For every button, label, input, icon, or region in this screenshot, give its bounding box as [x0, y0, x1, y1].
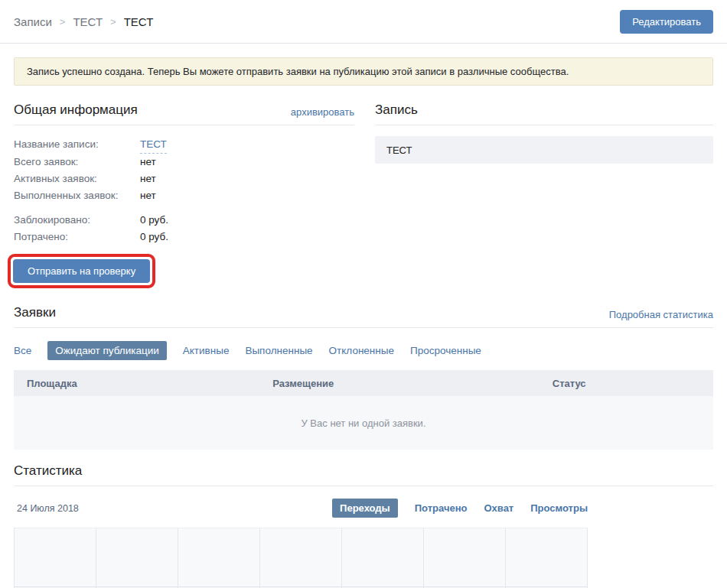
success-notification: Запись успешно создана. Теперь Вы можете…	[14, 57, 713, 86]
chart-grid-cell	[424, 528, 506, 587]
chevron-right-icon: >	[110, 16, 116, 28]
requests-header: Заявки Подробная статистика	[14, 305, 713, 328]
info-row-active-requests: Активных заявок: нет	[14, 171, 354, 187]
info-value: нет	[140, 187, 156, 204]
page-content: Запись успешно создана. Теперь Вы можете…	[0, 44, 727, 588]
statistics-header: Статистика	[14, 463, 713, 486]
breadcrumb-current-page: ТЕСТ	[124, 15, 154, 28]
column-header-platform: Площадка	[14, 378, 272, 389]
filter-tab-expired[interactable]: Просроченные	[410, 345, 481, 356]
filter-tab-active[interactable]: Активные	[183, 345, 230, 356]
info-label: Активных заявок:	[14, 171, 140, 187]
info-label: Выполненных заявок:	[14, 187, 140, 204]
filter-tab-completed[interactable]: Выполненные	[245, 345, 312, 356]
chart-grid-cell	[96, 528, 178, 587]
filter-tab-awaiting-publication[interactable]: Ожидают публикации	[47, 341, 167, 360]
info-value: 0 руб.	[140, 229, 168, 245]
metric-tabs: Переходы Потрачено Охват Просмотры	[332, 499, 588, 518]
red-highlight-annotation: Отправить на проверку	[8, 254, 155, 288]
metric-tab-spent[interactable]: Потрачено	[415, 502, 468, 514]
statistics-chart-grid	[14, 528, 588, 588]
info-row-blocked: Заблокировано: 0 руб.	[14, 212, 354, 229]
columns-row: Общая информация архивировать Название з…	[14, 102, 713, 288]
info-label: Заблокировано:	[14, 212, 140, 229]
requests-section: Заявки Подробная статистика Все Ожидают …	[14, 305, 713, 450]
empty-state-text: У Вас нет ни одной заявки.	[302, 417, 426, 429]
info-label: Название записи:	[14, 136, 140, 154]
info-row-total-requests: Всего заявок: нет	[14, 154, 354, 171]
statistics-section: Статистика 24 Июля 2018 Переходы Потраче…	[14, 463, 713, 588]
chevron-right-icon: >	[60, 16, 66, 28]
info-label: Всего заявок:	[14, 154, 140, 171]
archive-link[interactable]: архивировать	[291, 106, 354, 118]
info-label: Потрачено:	[14, 229, 140, 245]
column-header-status: Статус	[553, 378, 713, 389]
general-info-title: Общая информация	[14, 102, 138, 118]
requests-empty-state: У Вас нет ни одной заявки.	[14, 396, 713, 450]
post-header: Запись	[375, 102, 713, 125]
metric-tab-views[interactable]: Просмотры	[530, 502, 588, 514]
general-money-rows: Заблокировано: 0 руб. Потрачено: 0 руб.	[14, 212, 354, 245]
general-info-rows: Название записи: ТЕСТ Всего заявок: нет …	[14, 136, 354, 245]
info-row-spent: Потрачено: 0 руб.	[14, 229, 354, 245]
statistics-controls: 24 Июля 2018 Переходы Потрачено Охват Пр…	[14, 499, 588, 518]
info-value: нет	[140, 171, 156, 187]
info-row-record-name: Название записи: ТЕСТ	[14, 136, 354, 154]
requests-table: Площадка Размещение Статус У Вас нет ни …	[14, 370, 713, 450]
general-info-header: Общая информация архивировать	[14, 102, 354, 125]
post-preview: ТЕСТ	[375, 136, 713, 164]
column-header-placement: Размещение	[272, 378, 553, 389]
filter-tab-rejected[interactable]: Отклоненные	[329, 345, 394, 356]
info-value: нет	[140, 154, 156, 171]
general-info-section: Общая информация архивировать Название з…	[14, 102, 354, 288]
chart-grid-cell	[178, 528, 260, 587]
chart-grid-cell	[342, 528, 424, 587]
top-bar: Записи > ТЕСТ > ТЕСТ Редактировать	[0, 0, 727, 44]
chart-grid-cell	[260, 528, 342, 587]
metric-tab-clicks[interactable]: Переходы	[332, 499, 398, 518]
record-name-edit-link[interactable]: ТЕСТ	[140, 136, 167, 154]
detailed-statistics-link[interactable]: Подробная статистика	[609, 309, 713, 320]
send-for-review-button[interactable]: Отправить на проверку	[13, 259, 150, 283]
chart-grid-cell	[15, 528, 96, 587]
breadcrumb-item-records[interactable]: Записи	[14, 15, 52, 28]
post-title: Запись	[375, 102, 418, 118]
breadcrumb: Записи > ТЕСТ > ТЕСТ	[14, 15, 153, 28]
post-section: Запись ТЕСТ	[375, 102, 713, 288]
requests-filter-tabs: Все Ожидают публикации Активные Выполнен…	[14, 341, 713, 360]
edit-button[interactable]: Редактировать	[620, 10, 713, 34]
breadcrumb-item-test[interactable]: ТЕСТ	[73, 15, 103, 28]
requests-title: Заявки	[14, 305, 56, 320]
info-value: 0 руб.	[140, 212, 168, 229]
metric-tab-reach[interactable]: Охват	[484, 502, 513, 514]
statistics-title: Статистика	[14, 463, 82, 479]
chart-date-label: 24 Июля 2018	[14, 503, 79, 514]
filter-tab-all[interactable]: Все	[14, 345, 31, 356]
chart-grid-cell	[506, 528, 588, 587]
requests-table-header: Площадка Размещение Статус	[14, 370, 713, 396]
post-content-text: ТЕСТ	[386, 145, 412, 156]
info-row-completed-requests: Выполненных заявок: нет	[14, 187, 354, 204]
